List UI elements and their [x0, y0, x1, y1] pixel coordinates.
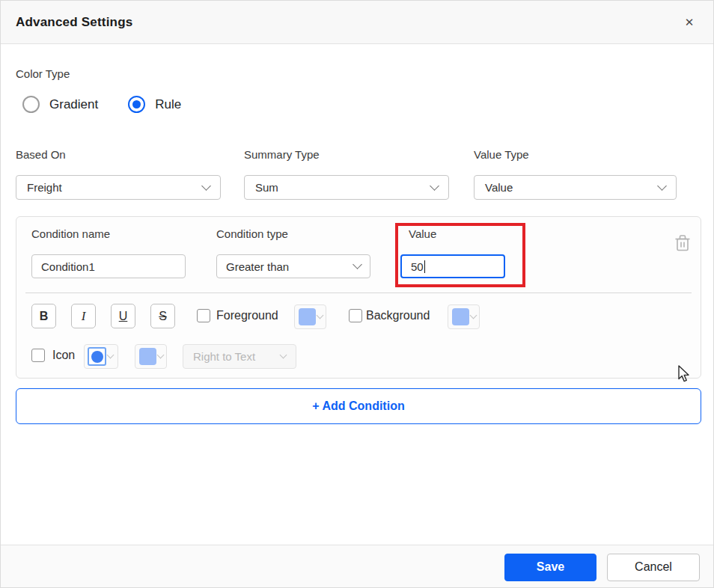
advanced-settings-dialog: Advanced Settings ✕ Color Type Gradient …	[0, 0, 714, 588]
delete-condition-button[interactable]	[674, 233, 692, 253]
icon-label: Icon	[52, 349, 75, 362]
dialog-header: Advanced Settings ✕	[1, 1, 713, 44]
chevron-down-icon	[430, 181, 439, 191]
cancel-button[interactable]: Cancel	[607, 554, 700, 581]
close-icon[interactable]: ✕	[680, 13, 698, 31]
italic-button[interactable]: I	[71, 304, 96, 328]
chevron-down-icon	[470, 311, 477, 319]
based-on-label: Based On	[16, 148, 221, 161]
radio-gradient-label[interactable]: Gradient	[49, 97, 98, 112]
condition-value-text: 50	[411, 260, 424, 273]
icon-position-value: Right to Text	[193, 350, 269, 363]
condition-name-input[interactable]: Condition1	[31, 254, 186, 278]
trash-icon	[674, 233, 692, 253]
strikethrough-button[interactable]: S	[150, 304, 175, 328]
condition-name-text: Condition1	[41, 260, 95, 273]
dialog-footer: Save Cancel	[1, 545, 713, 588]
value-type-value: Value	[485, 181, 659, 194]
save-button[interactable]: Save	[504, 554, 596, 581]
icon-checkbox[interactable]	[31, 349, 45, 362]
color-swatch-icon	[452, 308, 469, 325]
foreground-checkbox[interactable]	[197, 309, 210, 322]
radio-rule[interactable]	[128, 96, 145, 113]
chevron-down-icon	[107, 351, 115, 358]
condition-type-value: Greater than	[226, 260, 354, 273]
based-on-group: Based On Freight	[16, 148, 221, 200]
color-swatch-icon	[139, 348, 156, 365]
foreground-label: Foreground	[216, 309, 278, 322]
background-color-picker[interactable]	[448, 304, 480, 329]
dialog-title: Advanced Settings	[16, 15, 132, 30]
condition-panel: Condition name Condition type Value Cond…	[16, 216, 701, 379]
value-type-select[interactable]: Value	[474, 175, 677, 200]
icon-shape-circle-icon	[88, 347, 106, 366]
chevron-down-icon	[317, 311, 324, 319]
chevron-down-icon	[353, 260, 362, 269]
bold-button[interactable]: B	[31, 304, 56, 328]
chevron-down-icon	[157, 351, 165, 358]
color-swatch-icon	[299, 308, 316, 325]
radio-rule-label[interactable]: Rule	[155, 97, 181, 112]
add-condition-button[interactable]: + Add Condition	[16, 388, 701, 424]
value-type-label: Value Type	[474, 148, 677, 161]
condition-value-input[interactable]: 50	[400, 254, 505, 278]
chevron-down-icon	[280, 351, 287, 358]
summary-type-value: Sum	[255, 181, 431, 194]
condition-value-label: Value	[409, 227, 436, 240]
background-checkbox[interactable]	[349, 309, 362, 322]
panel-divider	[25, 293, 692, 293]
summary-type-label: Summary Type	[244, 148, 449, 161]
color-type-radio-group: Gradient Rule	[22, 96, 181, 113]
condition-type-select[interactable]: Greater than	[216, 254, 370, 278]
condition-name-label: Condition name	[31, 227, 110, 240]
value-type-group: Value Type Value	[474, 148, 677, 200]
icon-position-select: Right to Text	[183, 344, 296, 369]
chevron-down-icon	[657, 181, 667, 191]
foreground-color-picker[interactable]	[294, 304, 326, 329]
based-on-value: Freight	[27, 181, 203, 194]
condition-type-label: Condition type	[216, 227, 288, 240]
icon-color-picker[interactable]	[135, 344, 167, 369]
summary-type-select[interactable]: Sum	[244, 175, 449, 200]
based-on-select[interactable]: Freight	[16, 175, 221, 200]
summary-type-group: Summary Type Sum	[244, 148, 449, 200]
background-label: Background	[366, 309, 430, 322]
icon-shape-picker[interactable]	[84, 344, 118, 369]
radio-gradient[interactable]	[22, 96, 40, 113]
text-caret	[424, 260, 425, 273]
color-type-label: Color Type	[16, 67, 70, 80]
underline-button[interactable]: U	[111, 304, 135, 328]
chevron-down-icon	[201, 181, 211, 191]
